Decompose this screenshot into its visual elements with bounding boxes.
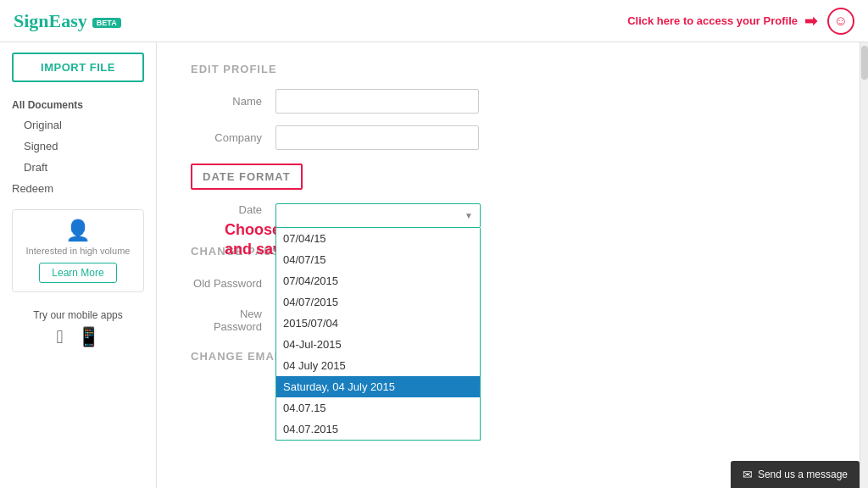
company-input[interactable]	[275, 125, 479, 150]
header-right: Click here to access your Profile ➡ ☺	[627, 8, 854, 35]
sidebar-item-signed[interactable]: Signed	[0, 136, 156, 157]
user-icon: ☺	[834, 14, 848, 29]
name-input[interactable]	[275, 89, 479, 114]
name-row: Name	[191, 89, 826, 114]
mobile-apps-section: Try our mobile apps  📱	[12, 309, 144, 348]
old-password-label: Old Password	[191, 277, 275, 290]
name-label: Name	[191, 95, 275, 108]
dropdown-item[interactable]: 04 July 2015	[276, 355, 480, 376]
new-password-label: New Password	[191, 308, 275, 333]
profile-hint-text: Click here to access your Profile	[627, 14, 798, 27]
arrow-right-icon: ➡	[804, 12, 817, 30]
send-message-button[interactable]: ✉ Send us a message	[731, 461, 860, 488]
beta-badge: BETA	[92, 18, 121, 28]
logo-area: SignEasy BETA	[14, 10, 121, 32]
learn-more-button[interactable]: Learn More	[39, 263, 116, 283]
promo-box: 👤 Interested in high volume Learn More	[12, 209, 144, 292]
date-row: Date ▼ 07/04/1504/07/1507/04/201504/07/2…	[191, 203, 826, 228]
company-row: Company	[191, 125, 826, 150]
send-message-label: Send us a message	[758, 469, 848, 480]
sidebar-item-redeem[interactable]: Redeem	[0, 178, 156, 199]
scrollbar-thumb[interactable]	[861, 46, 868, 80]
date-label: Date	[191, 203, 275, 216]
header: SignEasy BETA Click here to access your …	[0, 0, 868, 42]
promo-text: Interested in high volume	[21, 246, 135, 256]
profile-icon-button[interactable]: ☺	[827, 8, 854, 35]
date-selected-value	[283, 209, 287, 222]
sidebar-item-draft[interactable]: Draft	[0, 157, 156, 178]
dropdown-item[interactable]: 04/07/2015	[276, 291, 480, 313]
import-file-button[interactable]: IMPORT FILE	[12, 53, 144, 82]
chevron-down-icon: ▼	[465, 211, 473, 220]
android-icon[interactable]: 📱	[77, 326, 100, 348]
date-dropdown-trigger[interactable]: ▼	[275, 203, 481, 228]
dropdown-item[interactable]: 04.07.2015	[276, 419, 480, 440]
scrollbar[interactable]	[860, 42, 868, 488]
dropdown-item[interactable]: 04/07/15	[276, 249, 480, 270]
sidebar: IMPORT FILE All Documents Original Signe…	[0, 42, 157, 488]
dropdown-item[interactable]: 2015/07/04	[276, 313, 480, 334]
apple-icon[interactable]: 	[56, 326, 63, 348]
all-documents-label: All Documents	[0, 96, 156, 114]
sidebar-item-original[interactable]: Original	[0, 114, 156, 136]
profile-hint: Click here to access your Profile ➡	[627, 12, 817, 30]
promo-icon: 👤	[21, 219, 135, 242]
dropdown-item[interactable]: 07/04/15	[276, 228, 480, 249]
dropdown-item[interactable]: 07/04/2015	[276, 270, 480, 291]
main-layout: IMPORT FILE All Documents Original Signe…	[0, 42, 868, 488]
date-dropdown-wrapper: ▼ 07/04/1504/07/1507/04/201504/07/201520…	[275, 203, 481, 228]
envelope-icon: ✉	[743, 468, 753, 481]
dropdown-item[interactable]: Saturday, 04 July 2015	[276, 376, 480, 397]
company-label: Company	[191, 131, 275, 144]
logo-text: SignEasy	[14, 10, 87, 32]
dropdown-item[interactable]: 04-Jul-2015	[276, 334, 480, 355]
date-dropdown-list: 07/04/1504/07/1507/04/201504/07/20152015…	[275, 228, 481, 441]
mobile-apps-label: Try our mobile apps	[12, 309, 144, 321]
date-format-title: DATE FORMAT	[191, 164, 303, 190]
main-content: EDIT PROFILE Name Company DATE FORMAT Ch…	[157, 42, 860, 488]
app-icons:  📱	[12, 326, 144, 348]
edit-profile-title: EDIT PROFILE	[191, 63, 826, 75]
dropdown-item[interactable]: 04.07.15	[276, 397, 480, 419]
